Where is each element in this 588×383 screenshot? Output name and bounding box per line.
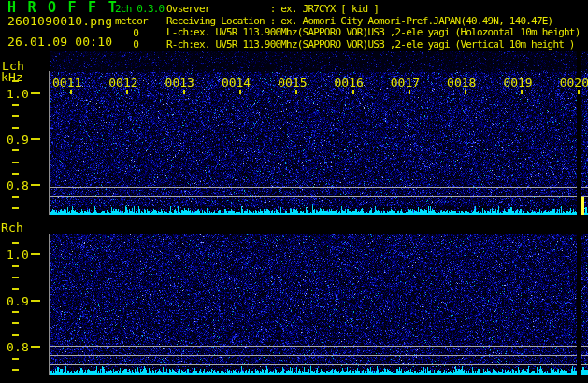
rch-freq-tick-major	[31, 300, 40, 302]
mode-label: meteor	[115, 16, 148, 26]
lch-freq-axis-line	[49, 71, 50, 215]
spectrogram-canvas	[0, 0, 588, 383]
rch-freq-tick-major	[31, 346, 40, 348]
lch-freq-tick-minor	[12, 104, 19, 106]
time-label-0020: 0020	[560, 77, 588, 89]
rch-freq-tick-minor	[12, 322, 19, 324]
lch-freq-tick-minor	[12, 127, 19, 129]
app-version: 2ch 0.3.0	[115, 4, 164, 14]
time-tick	[126, 90, 128, 94]
time-label-0012: 0012	[108, 77, 137, 89]
time-tick	[578, 90, 580, 94]
time-tick	[521, 90, 523, 94]
time-label-0019: 0019	[503, 77, 532, 89]
rch-freq-tick-minor	[12, 358, 19, 360]
rch-freq-label: 0.9	[0, 294, 29, 308]
lch-freq-tick-minor	[12, 80, 19, 82]
time-tick	[295, 90, 297, 94]
time-tick	[70, 90, 72, 94]
rch-freq-tick-minor	[12, 265, 19, 267]
time-tick	[409, 90, 410, 94]
time-tick	[183, 90, 185, 94]
time-label-0011: 0011	[52, 77, 81, 89]
app-title: HROFFT	[7, 1, 128, 15]
lch-freq-tick-major	[31, 184, 40, 186]
time-tick	[239, 90, 241, 94]
time-label-0015: 0015	[278, 77, 307, 89]
lch-freq-label: 0.8	[0, 178, 29, 192]
lch-freq-tick-major	[31, 138, 40, 140]
rch-freq-tick-minor	[12, 311, 19, 313]
lch-freq-tick-minor	[12, 207, 19, 209]
rch-freq-tick-minor	[12, 242, 19, 244]
time-label-0018: 0018	[447, 77, 476, 89]
observation-datetime: 26.01.09 00:10	[7, 35, 112, 48]
lch-freq-label: 1.0	[0, 87, 29, 101]
rch-freq-tick-minor	[12, 369, 19, 371]
output-filename: 2601090010.png	[7, 15, 112, 27]
time-label-0014: 0014	[222, 77, 251, 89]
time-tick	[352, 90, 354, 94]
time-tick	[465, 90, 466, 94]
lch-freq-tick-minor	[12, 173, 19, 175]
lch-freq-label: 0.9	[0, 133, 29, 147]
hrofft-screen: HROFFT 2ch 0.3.0 meteor 0 0 2601090010.p…	[0, 0, 588, 383]
rch-freq-label: 0.8	[0, 340, 29, 354]
rch-freq-tick-major	[31, 253, 40, 255]
lch-freq-tick-major	[31, 92, 40, 94]
rch-freq-tick-minor	[12, 334, 19, 336]
lch-freq-tick-minor	[12, 115, 19, 117]
rch-freq-tick-minor	[12, 277, 19, 278]
time-label-0017: 0017	[391, 77, 420, 89]
location-info-line: Receiving Location : ex. Aomori City Aom…	[166, 16, 552, 26]
lch-rig-info-line: L-ch:ex. UV5R 113.900Mhz(SAPPORO VOR)USB…	[166, 27, 581, 37]
lch-freq-tick-minor	[12, 149, 19, 151]
time-label-0016: 0016	[335, 77, 364, 89]
rch-freq-tick-minor	[12, 288, 19, 290]
rch-freq-label: 1.0	[0, 248, 29, 262]
observer-info-line: Ovserver : ex. JR7CYX [ kid ]	[166, 4, 379, 14]
time-label-0013: 0013	[165, 77, 194, 89]
rch-rig-info-line: R-ch:ex. UV5R 113.900Mhz(SAPPORO VOR)USB…	[166, 39, 575, 50]
lch-freq-tick-minor	[12, 196, 19, 198]
rch-panel-label: Rch	[1, 221, 23, 234]
rch-freq-axis-line	[49, 234, 50, 375]
lch-freq-tick-minor	[12, 162, 19, 163]
